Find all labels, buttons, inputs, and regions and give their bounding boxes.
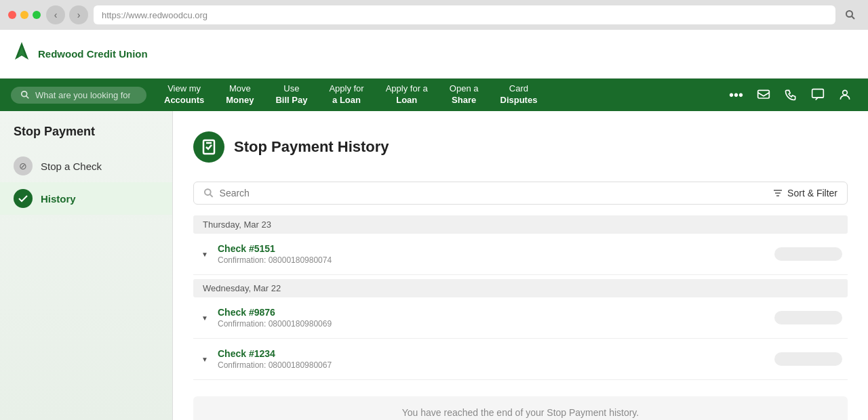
nav-item-billpay[interactable]: Use Bill Pay <box>266 79 317 110</box>
nav-icons: ••• <box>724 83 857 107</box>
svg-line-5 <box>26 96 29 99</box>
content-area: Stop Payment History Sort & Filter <box>173 111 868 420</box>
search-icon[interactable] <box>841 5 860 24</box>
page-title: Stop Payment History <box>234 138 389 156</box>
svg-point-11 <box>205 189 211 195</box>
nav-item-money-top: Move <box>226 83 254 95</box>
back-button[interactable]: ‹ <box>46 5 65 24</box>
nav-item-accounts-bottom: Accounts <box>164 95 204 106</box>
navigation-bar: View my Accounts Move Money Use Bill Pay… <box>0 79 868 111</box>
sort-filter-label: Sort & Filter <box>787 188 837 198</box>
nav-item-accounts[interactable]: View my Accounts <box>155 79 214 110</box>
sidebar: Stop Payment ⊘ Stop a Check History <box>0 111 173 420</box>
forward-button[interactable]: › <box>69 5 88 24</box>
search-input[interactable] <box>220 188 773 198</box>
nav-item-share-top: Open a <box>450 83 479 95</box>
logo[interactable]: Redwood Credit Union <box>11 41 148 67</box>
browser-chrome: ‹ › https://www.redwoodcu.org <box>0 0 868 30</box>
item-1234-badge <box>774 352 842 366</box>
page-header: Stop Payment History <box>193 131 848 163</box>
nav-item-money[interactable]: Move Money <box>216 79 263 110</box>
history-item-5151: ▼ Check #5151 Confirmation: 080001809800… <box>193 234 848 275</box>
nav-item-apply-loan[interactable]: Apply for a Loan <box>319 79 373 110</box>
svg-rect-7 <box>812 89 824 98</box>
topbar: Redwood Credit Union <box>0 30 868 79</box>
item-9876-info: Check #9876 Confirmation: 08000180980069 <box>218 307 774 329</box>
nav-item-apply-loan2-bottom: Loan <box>386 95 428 106</box>
expand-1234[interactable]: ▼ <box>199 353 211 365</box>
chat-icon[interactable] <box>806 83 830 107</box>
nav-item-billpay-top: Use <box>275 83 307 95</box>
nav-item-apply-loan-bottom: a Loan <box>329 95 363 106</box>
nav-item-share[interactable]: Open a Share <box>440 79 488 110</box>
item-1234-info: Check #1234 Confirmation: 08000180980067 <box>218 348 774 370</box>
messages-icon[interactable] <box>751 83 776 107</box>
address-bar[interactable]: https://www.redwoodcu.org <box>94 5 835 24</box>
more-options-button[interactable]: ••• <box>724 85 749 106</box>
phone-icon[interactable] <box>778 83 803 107</box>
sidebar-item-stop-check-label: Stop a Check <box>41 161 102 172</box>
page-header-icon <box>193 131 224 163</box>
item-5151-subtitle: Confirmation: 08000180980074 <box>218 255 774 265</box>
item-5151-title[interactable]: Check #5151 <box>218 243 774 254</box>
traffic-lights <box>8 11 41 19</box>
item-1234-title[interactable]: Check #1234 <box>218 348 774 359</box>
svg-rect-6 <box>758 90 770 98</box>
item-9876-title[interactable]: Check #9876 <box>218 307 774 318</box>
app: Redwood Credit Union View my Accounts Mo… <box>0 30 868 420</box>
nav-item-disputes-top: Card <box>500 83 538 95</box>
history-icon <box>14 189 33 208</box>
nav-search-input[interactable] <box>35 90 130 100</box>
sidebar-item-stop-check[interactable]: ⊘ Stop a Check <box>0 150 172 182</box>
logo-icon <box>11 41 33 67</box>
search-left <box>203 188 772 198</box>
history-item-1234: ▼ Check #1234 Confirmation: 080001809800… <box>193 339 848 380</box>
search-filter-bar: Sort & Filter <box>193 182 848 205</box>
stop-check-icon: ⊘ <box>14 156 33 175</box>
item-5151-info: Check #5151 Confirmation: 08000180980074 <box>218 243 774 265</box>
minimize-button[interactable] <box>20 11 28 19</box>
svg-point-8 <box>843 90 848 95</box>
nav-search[interactable] <box>11 87 146 104</box>
nav-item-disputes[interactable]: Card Disputes <box>491 79 547 110</box>
main-layout: Stop Payment ⊘ Stop a Check History <box>0 111 868 420</box>
sort-filter-button[interactable]: Sort & Filter <box>772 188 837 198</box>
nav-item-money-bottom: Money <box>226 95 254 106</box>
fullscreen-button[interactable] <box>33 11 41 19</box>
date-group-1-header: Thursday, Mar 23 <box>193 215 848 234</box>
profile-icon[interactable] <box>833 83 857 107</box>
svg-point-4 <box>22 91 27 97</box>
sidebar-item-history-label: History <box>41 193 76 205</box>
date-group-2-header: Wednesday, Mar 22 <box>193 279 848 297</box>
expand-5151[interactable]: ▼ <box>199 248 211 260</box>
svg-point-0 <box>846 11 852 17</box>
nav-item-apply-loan-top: Apply for <box>329 83 363 95</box>
item-1234-subtitle: Confirmation: 08000180980067 <box>218 360 774 370</box>
end-message: You have reached the end of your Stop Pa… <box>193 396 848 420</box>
close-button[interactable] <box>8 11 16 19</box>
item-5151-badge <box>774 247 842 261</box>
browser-nav-buttons: ‹ › <box>46 5 88 24</box>
svg-line-12 <box>210 194 213 197</box>
nav-item-disputes-bottom: Disputes <box>500 95 538 106</box>
history-item-9876: ▼ Check #9876 Confirmation: 080001809800… <box>193 297 848 339</box>
logo-text: Redwood Credit Union <box>38 48 148 60</box>
sidebar-title: Stop Payment <box>0 125 172 150</box>
expand-9876[interactable]: ▼ <box>199 312 211 324</box>
svg-line-1 <box>852 16 854 19</box>
search-icon <box>203 188 214 198</box>
nav-item-billpay-bottom: Bill Pay <box>275 95 307 106</box>
nav-item-share-bottom: Share <box>450 95 479 106</box>
nav-item-apply-loan2-top: Apply for a <box>386 83 428 95</box>
sidebar-item-history[interactable]: History <box>0 182 172 215</box>
nav-item-apply-loan2[interactable]: Apply for a Loan <box>376 79 437 110</box>
item-9876-badge <box>774 311 842 324</box>
filter-icon <box>772 188 783 198</box>
item-9876-subtitle: Confirmation: 08000180980069 <box>218 319 774 329</box>
nav-item-accounts-top: View my <box>164 83 204 95</box>
address-text: https://www.redwoodcu.org <box>102 10 208 20</box>
